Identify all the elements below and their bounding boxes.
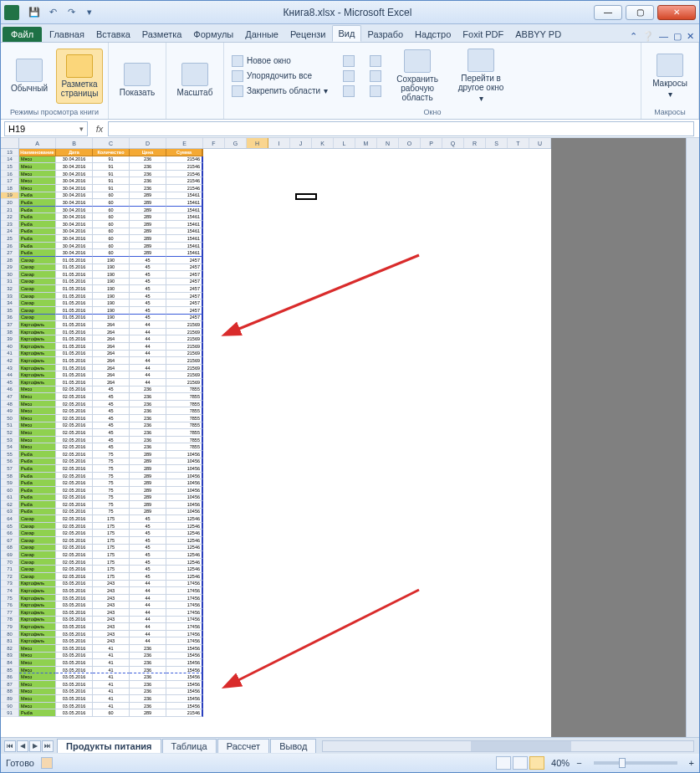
cell[interactable]: Мясо [19,667,56,674]
table-row[interactable]: 19Рыба30.04.20166028915461 [1,192,551,200]
cell[interactable]: Мясо [19,429,56,437]
sheet-tab[interactable]: Вывод [270,739,316,753]
cell[interactable]: 01.05.2016 [56,371,93,379]
row-header[interactable]: 32 [1,285,19,293]
cell[interactable]: Мясо [19,171,56,178]
cell[interactable]: 21569 [166,379,203,386]
cell[interactable]: 44 [130,617,166,624]
col-header-K[interactable]: K [312,138,334,148]
row-header[interactable]: 25 [1,235,19,243]
cell[interactable]: 7855 [166,437,203,444]
cell[interactable]: 7855 [166,422,203,430]
cell[interactable]: 45 [130,264,166,272]
view-normal-btn[interactable] [496,756,511,770]
vertical-scrollbar[interactable] [686,138,699,737]
row-header[interactable]: 62 [1,501,19,509]
col-header-Q[interactable]: Q [442,138,464,148]
cell[interactable]: 45 [130,307,166,315]
cell[interactable]: 02.05.2016 [56,401,93,408]
cell[interactable]: 30.04.2016 [56,228,93,236]
row-header[interactable]: 77 [1,609,19,617]
cell[interactable]: 41 [93,645,130,653]
row-header[interactable]: 28 [1,257,19,264]
cell[interactable]: 44 [130,335,166,343]
tab-data[interactable]: Данные [239,27,284,42]
cell[interactable]: 01.05.2016 [56,271,93,279]
cell[interactable]: 02.05.2016 [56,458,93,466]
cell[interactable]: Рыба [19,509,56,516]
table-row[interactable]: 44Картофель01.05.20162644421569 [1,371,551,379]
row-header[interactable]: 38 [1,329,19,336]
cell[interactable]: 289 [130,509,166,516]
cell[interactable]: 03.05.2016 [56,659,93,667]
col-header-P[interactable]: P [421,138,442,148]
row-header[interactable]: 58 [1,473,19,480]
view-pagebreak-btn[interactable] [529,756,544,770]
qat-more-icon[interactable]: ▾ [81,4,98,21]
cell[interactable]: 03.05.2016 [56,667,93,674]
table-row[interactable]: 80Картофель03.05.20162434417456 [1,631,551,638]
cell[interactable]: 243 [93,631,130,638]
cell[interactable]: 44 [130,581,166,588]
cell[interactable]: 190 [93,293,130,300]
cell[interactable]: 289 [130,479,166,487]
col-header-O[interactable]: O [399,138,421,148]
cell[interactable]: 190 [93,264,130,272]
cell[interactable]: 175 [93,551,130,559]
table-row[interactable]: 81Картофель03.05.20162434417456 [1,637,551,645]
cell[interactable]: 45 [93,393,130,401]
cell[interactable]: 21546 [166,171,203,178]
cell[interactable]: 21569 [166,335,203,343]
row-header[interactable]: 69 [1,551,19,559]
col-header-B[interactable]: B [56,138,93,148]
cell[interactable]: Рыба [19,473,56,480]
cell[interactable]: 45 [130,559,166,566]
cell[interactable]: 15456 [166,659,203,667]
name-box[interactable]: H19▾ [4,121,88,136]
macros-button[interactable]: Макросы ▾ [646,49,693,104]
row-header[interactable]: 39 [1,335,19,343]
col-header-G[interactable]: G [225,138,247,148]
cell[interactable]: 12546 [166,537,203,545]
table-row[interactable]: 73Картофель03.05.20162434417456 [1,581,551,588]
cell[interactable]: 7855 [166,386,203,394]
cell[interactable]: Картофель [19,371,56,379]
cell[interactable]: 45 [93,429,130,437]
cell[interactable]: 45 [130,515,166,523]
cell[interactable]: 7855 [166,393,203,401]
cell[interactable]: Картофель [19,343,56,351]
cell[interactable]: 264 [93,379,130,386]
cell[interactable]: 15456 [166,645,203,653]
cell[interactable]: 02.05.2016 [56,537,93,545]
cell[interactable]: Мясо [19,415,56,422]
tab-developer[interactable]: Разрабо [361,27,409,42]
cell[interactable]: 02.05.2016 [56,487,93,494]
row-header[interactable]: 55 [1,451,19,458]
cell[interactable]: Мясо [19,163,56,171]
cell[interactable]: Мясо [19,437,56,444]
cell[interactable]: 01.05.2016 [56,335,93,343]
cell[interactable]: 236 [130,156,166,164]
cell[interactable]: 03.05.2016 [56,623,93,631]
cell[interactable]: 175 [93,559,130,566]
cell[interactable]: 190 [93,307,130,315]
cell[interactable]: 7855 [166,443,203,451]
cell[interactable]: 01.05.2016 [56,365,93,372]
tab-file[interactable]: Файл [3,27,42,42]
cell[interactable]: 289 [130,221,166,228]
cell[interactable]: 91 [93,171,130,178]
row-header[interactable]: 81 [1,637,19,645]
cell[interactable]: 03.05.2016 [56,673,93,681]
table-row[interactable]: 62Рыба02.05.20167528910456 [1,501,551,509]
cell[interactable]: Мясо [19,393,56,401]
cell[interactable]: 03.05.2016 [56,609,93,617]
cell[interactable]: 60 [93,207,130,214]
tab-nav-next[interactable]: ▶ [29,740,41,752]
cell[interactable]: 45 [93,401,130,408]
table-row[interactable]: 15Мясо30.04.20169123621546 [1,163,551,171]
row-header[interactable]: 36 [1,315,19,322]
cell[interactable]: Рыба [19,243,56,250]
cell[interactable]: 45 [93,443,130,451]
cell[interactable]: 289 [130,243,166,250]
minimize-button[interactable]: — [594,5,622,20]
